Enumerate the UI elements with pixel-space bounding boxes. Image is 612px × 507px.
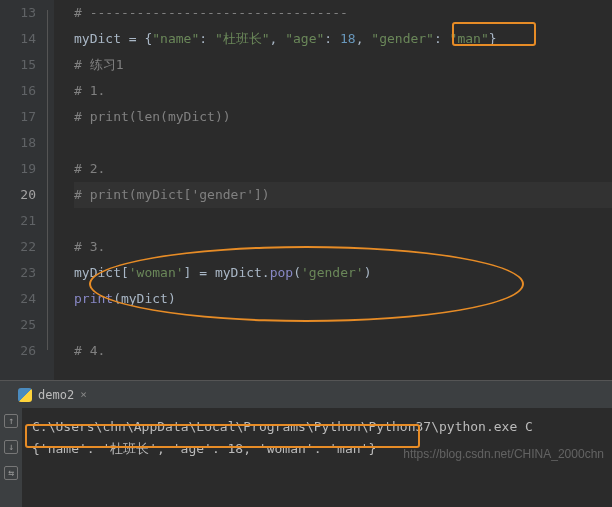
code-line: # 3. xyxy=(74,234,612,260)
scroll-up-icon[interactable]: ↑ xyxy=(4,414,18,428)
line-number-gutter: 13 14 15 16 17 18 19 20 21 22 23 24 25 2… xyxy=(0,0,54,380)
line-number: 24 xyxy=(0,286,36,312)
line-number: 23 xyxy=(0,260,36,286)
python-icon xyxy=(18,388,32,402)
tab-demo2[interactable]: demo2 × xyxy=(8,384,97,406)
code-line: # 练习1 xyxy=(74,52,612,78)
line-number: 18 xyxy=(0,130,36,156)
line-number: 25 xyxy=(0,312,36,338)
line-number: 20 xyxy=(0,182,36,208)
code-line: # 2. xyxy=(74,156,612,182)
code-line: print(myDict) xyxy=(74,286,612,312)
console-toolbar: ↑ ↓ ⇆ xyxy=(0,408,22,507)
code-line: # 1. xyxy=(74,78,612,104)
code-line-current: # print(myDict['gender']) xyxy=(74,182,612,208)
code-content[interactable]: # --------------------------------- myDi… xyxy=(54,0,612,380)
code-editor[interactable]: 13 14 15 16 17 18 19 20 21 22 23 24 25 2… xyxy=(0,0,612,380)
code-line: myDict['woman'] = myDict.pop('gender') xyxy=(74,260,612,286)
code-line: myDict = {"name": "杜班长", "age": 18, "gen… xyxy=(74,26,612,52)
line-number: 21 xyxy=(0,208,36,234)
line-number: 17 xyxy=(0,104,36,130)
wrap-icon[interactable]: ⇆ xyxy=(4,466,18,480)
line-number: 14 xyxy=(0,26,36,52)
code-line: # 4. xyxy=(74,338,612,364)
code-line xyxy=(74,208,612,234)
code-line xyxy=(74,312,612,338)
run-tool-tabs: demo2 × xyxy=(0,380,612,408)
line-number: 22 xyxy=(0,234,36,260)
code-line xyxy=(74,130,612,156)
scroll-down-icon[interactable]: ↓ xyxy=(4,440,18,454)
code-line: # print(len(myDict)) xyxy=(74,104,612,130)
close-icon[interactable]: × xyxy=(80,388,87,401)
line-number: 16 xyxy=(0,78,36,104)
line-number: 26 xyxy=(0,338,36,364)
line-number: 19 xyxy=(0,156,36,182)
code-line: # --------------------------------- xyxy=(74,0,612,26)
line-number: 13 xyxy=(0,0,36,26)
watermark-text: https://blog.csdn.net/CHINA_2000chn xyxy=(403,447,604,461)
console-line: C:\Users\chn\AppData\Local\Programs\Pyth… xyxy=(32,416,533,438)
line-number: 15 xyxy=(0,52,36,78)
tab-label: demo2 xyxy=(38,388,74,402)
